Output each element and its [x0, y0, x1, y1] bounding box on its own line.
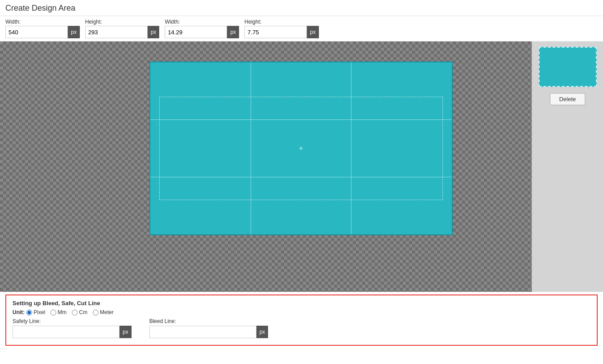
bleed-line-label: Bleed Line: [149, 318, 268, 324]
height-field-1: Height: px [85, 19, 160, 38]
width-field-1: Width: px [5, 19, 80, 38]
bleed-line-field: Bleed Line: px [149, 318, 268, 338]
bottom-panel-title: Setting up Bleed, Safe, Cut Line [12, 300, 591, 307]
safety-line-input[interactable] [12, 326, 120, 338]
safety-line-label: Safety Line: [12, 318, 132, 324]
height-label-2: Height: [244, 19, 319, 25]
width-field-2: Width: px [165, 19, 239, 38]
width-input-1[interactable] [5, 26, 68, 38]
unit-cm-label[interactable]: Cm [72, 309, 87, 315]
width-input-2[interactable] [165, 26, 227, 38]
sidebar-panel: Delete [532, 41, 603, 292]
unit-mm-label[interactable]: Mm [50, 309, 66, 315]
unit-meter-radio[interactable] [93, 310, 99, 315]
unit-pixel-radio[interactable] [26, 310, 32, 315]
height-field-2: Height: px [244, 19, 319, 38]
width-label-2: Width: [165, 19, 239, 25]
design-rect[interactable]: + [149, 61, 453, 235]
unit-pixel-label[interactable]: Pixel [26, 309, 45, 315]
height-input-2[interactable] [244, 26, 307, 38]
unit-mm-radio[interactable] [50, 310, 56, 315]
safety-line-field: Safety Line: px [12, 318, 132, 338]
height-input-1[interactable] [85, 26, 148, 38]
height-unit-2: px [307, 26, 319, 38]
height-unit-1: px [148, 26, 160, 38]
page-header: Create Design Area [0, 0, 603, 16]
bottom-panel: Setting up Bleed, Safe, Cut Line Unit: P… [5, 294, 598, 346]
page-title: Create Design Area [5, 4, 598, 13]
delete-button[interactable]: Delete [550, 93, 586, 105]
unit-row-label: Unit: [12, 309, 25, 315]
bleed-line-unit: px [256, 326, 268, 338]
width-label-1: Width: [5, 19, 80, 25]
unit-cm-radio[interactable] [72, 310, 78, 315]
unit-meter-label[interactable]: Meter [93, 309, 114, 315]
crosshair-icon: + [299, 144, 303, 152]
bleed-line-input[interactable] [149, 326, 256, 338]
unit-row: Unit: Pixel Mm Cm Meter [12, 309, 591, 315]
canvas-area[interactable]: + [0, 41, 532, 292]
main-area: + Delete [0, 41, 603, 292]
toolbar: Width: px Height: px Width: px Height: p… [0, 16, 603, 41]
safety-line-unit: px [120, 326, 132, 338]
height-label-1: Height: [85, 19, 160, 25]
width-unit-2: px [227, 26, 239, 38]
width-unit-1: px [68, 26, 80, 38]
design-thumbnail [539, 47, 597, 87]
bleed-fields-row: Safety Line: px Bleed Line: px [12, 318, 591, 338]
